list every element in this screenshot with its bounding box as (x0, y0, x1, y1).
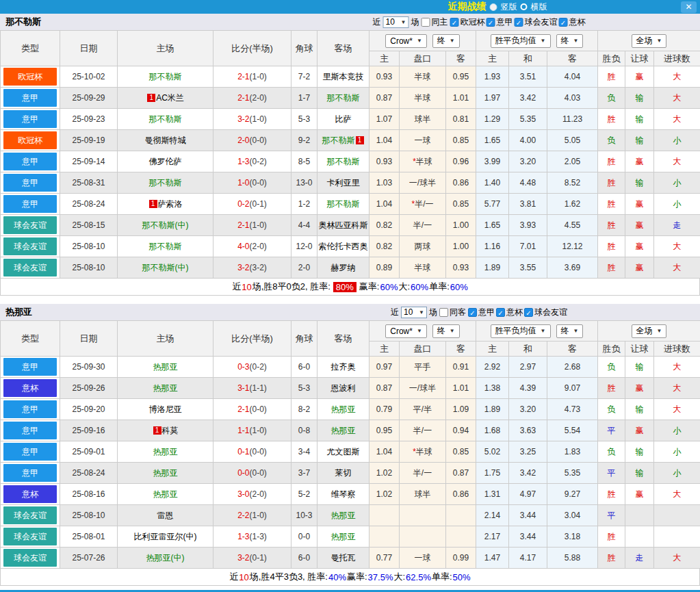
summary-part: 近 (229, 571, 238, 583)
games-count-select[interactable]: 10 ▼ (401, 307, 427, 318)
league-checkbox[interactable]: ✓ (559, 18, 568, 27)
mean-draw-odds: 3.44 (509, 526, 547, 548)
halftime-score: (1-0) (250, 426, 267, 435)
vertical-layout-radio[interactable] (490, 3, 497, 11)
mean-odds-select[interactable]: 胜平负均值▼ (491, 324, 551, 338)
vertical-layout-label[interactable]: 竖版 (501, 1, 517, 13)
league-filter[interactable]: ✓球会友谊 (515, 16, 558, 28)
corner-count: 2-0 (291, 257, 317, 279)
result-badge: 负 (598, 441, 625, 463)
mean-draw-odds: 3.20 (509, 151, 547, 172)
league-checkbox[interactable]: ✓ (450, 18, 459, 27)
handicap-line (400, 505, 446, 526)
home-odds: 1.04 (370, 441, 400, 463)
league-filter[interactable]: ✓意甲 (487, 16, 513, 28)
team-name-text: 曼托瓦 (331, 553, 356, 563)
goals-result-badge: 大 (654, 109, 700, 130)
home-odds: 1.07 (370, 109, 400, 130)
handicap-line (400, 526, 446, 548)
horizontal-layout-radio[interactable] (521, 3, 528, 10)
same-home-filter[interactable]: 同主 (422, 16, 448, 28)
team-name-text: 那不勒斯(中) (142, 220, 189, 230)
handicap-result-badge: 输 (625, 441, 654, 463)
mean-final-select[interactable]: 终▼ (556, 324, 584, 338)
league-filter[interactable]: ✓球会友谊 (524, 307, 567, 318)
match-date: 25-08-31 (60, 172, 118, 194)
fulltime-score: 3-2 (237, 114, 249, 124)
horizontal-layout-label[interactable]: 横版 (531, 1, 547, 13)
mean-odds-select[interactable]: 胜平负均值▼ (491, 34, 551, 48)
score-cell: 3-2(1-0) (213, 109, 291, 130)
fulltime-score: 3-2 (237, 263, 249, 272)
score-cell: 3-2(3-2) (213, 257, 291, 279)
full-match-select[interactable]: 全场▼ (632, 34, 667, 48)
mean-home-odds: 1.93 (476, 66, 509, 88)
handicap-line: 半/一 (400, 463, 446, 484)
halftime-score: (0-0) (250, 468, 267, 478)
mean-home-odds: 1.16 (476, 236, 509, 257)
mean-away-odds: 5.35 (547, 463, 598, 484)
corner-count: 1-7 (291, 88, 317, 109)
away-team: 恩波利 (317, 378, 370, 399)
handicap-line: 平/半 (400, 399, 446, 420)
team-name-text: 热那亚 (153, 489, 178, 499)
away-odds: 0.85 (446, 130, 476, 151)
mean-draw-odds: 5.35 (509, 109, 547, 130)
bookmaker-select[interactable]: Crow*▼ (385, 34, 427, 48)
fulltime-score: 3-0 (237, 489, 249, 499)
col-odds-away: 客 (446, 51, 476, 66)
goals-result-badge: 大 (654, 378, 700, 399)
handicap-line: *半球 (400, 151, 446, 172)
goals-result-badge: 大 (654, 484, 700, 505)
league-filter[interactable]: ✓欧冠杯 (450, 16, 485, 28)
goals-result-badge (654, 505, 700, 526)
handicap-result-badge: 赢 (625, 236, 654, 257)
league-checkbox[interactable]: ✓ (515, 18, 523, 27)
score-cell: 3-0(2-0) (213, 484, 291, 505)
result-badge: 胜 (598, 378, 625, 399)
match-row: 意杯 25-08-16 热那亚 3-0(2-0) 5-2 维琴察 1.02 球半… (1, 484, 700, 505)
summary-part: 40% (328, 572, 346, 582)
title-bar: 近期战绩 竖版 横版 ✕ (0, 0, 700, 14)
corner-count: 0-8 (291, 420, 317, 441)
team-name-text: 卡利亚里 (327, 178, 360, 188)
col-type: 类型 (1, 31, 60, 66)
team-name-text: 索伦托卡西奥 (319, 242, 368, 251)
mean-draw-odds: 4.00 (509, 130, 547, 151)
league-filter[interactable]: ✓意甲 (468, 307, 495, 318)
match-date: 25-08-10 (60, 236, 118, 257)
score-cell: 2-1(1-0) (213, 66, 291, 88)
halftime-score: (0-0) (250, 447, 267, 456)
competition-badge: 意杯 (3, 379, 57, 397)
halftime-score: (0-0) (250, 404, 267, 414)
away-odds: 1.01 (446, 88, 476, 109)
odds-group-header: Crow*▼ 终▼ (370, 31, 476, 51)
mean-away-odds: 3.04 (547, 505, 598, 526)
chevron-down-icon: ▼ (541, 38, 546, 44)
home-team: 热那亚 (118, 441, 213, 463)
mean-draw-odds: 4.97 (509, 484, 547, 505)
handicap-result-badge: 赢 (625, 66, 654, 88)
full-match-select[interactable]: 全场▼ (632, 324, 667, 338)
league-filter[interactable]: ✓意杯 (559, 16, 586, 28)
genoa-section-bar: 热那亚 近 10 ▼ 场 同客 ✓意甲✓意杯✓球会友谊 (0, 304, 700, 320)
bookmaker-select[interactable]: Crow*▼ (385, 324, 427, 338)
match-date: 25-09-29 (60, 88, 118, 109)
league-filter[interactable]: ✓意杯 (496, 307, 523, 318)
league-checkbox[interactable]: ✓ (487, 18, 495, 27)
games-count-select[interactable]: 10 ▼ (383, 16, 409, 28)
close-icon[interactable]: ✕ (681, 1, 697, 13)
league-checkbox[interactable]: ✓ (524, 308, 533, 317)
chevron-down-icon: ▼ (573, 328, 579, 334)
halftime-score: (0-1) (250, 199, 267, 209)
mean-home-odds: 1.65 (476, 215, 509, 236)
mean-final-select[interactable]: 终▼ (556, 34, 584, 48)
same-home-checkbox[interactable] (422, 18, 430, 27)
odds-final-select[interactable]: 终▼ (432, 34, 460, 48)
competition-badge: 意甲 (3, 174, 57, 192)
same-away-checkbox[interactable] (439, 308, 448, 317)
league-checkbox[interactable]: ✓ (468, 308, 477, 317)
odds-final-select[interactable]: 终▼ (432, 324, 460, 338)
league-checkbox[interactable]: ✓ (496, 308, 505, 317)
same-away-filter[interactable]: 同客 (439, 307, 466, 318)
